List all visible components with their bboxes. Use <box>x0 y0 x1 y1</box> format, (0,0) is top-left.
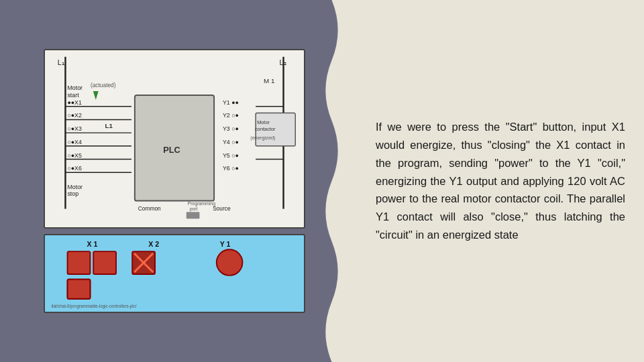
svg-text:L1: L1 <box>105 122 113 129</box>
svg-text:○●X3: ○●X3 <box>67 125 82 132</box>
right-panel: If we were to press the "Start" button, … <box>349 0 644 362</box>
svg-text:Y2 ○●: Y2 ○● <box>223 112 239 119</box>
svg-text:(actuated): (actuated) <box>91 82 116 88</box>
svg-text:Motor: Motor <box>67 184 83 190</box>
svg-text:Y1 ●●: Y1 ●● <box>223 99 239 106</box>
svg-text:Motor: Motor <box>257 119 270 125</box>
svg-rect-34 <box>186 212 200 219</box>
svg-text:port: port <box>190 206 198 212</box>
svg-text:Y3 ○●: Y3 ○● <box>223 125 239 132</box>
svg-text:Source: Source <box>213 205 231 212</box>
diagram-container: L₁ L₂ Motor start (actuated) ●●X1 ○●X2 ○… <box>30 36 319 326</box>
svg-text:contactor: contactor <box>255 126 276 132</box>
svg-text:X 1: X 1 <box>87 240 98 248</box>
svg-text:Motor: Motor <box>67 84 83 91</box>
svg-text:Programming: Programming <box>188 201 215 206</box>
plc-contact-diagram: X 1 X 2 Y 1 ital/chat-6/programmable-log… <box>44 234 305 313</box>
svg-text:X 2: X 2 <box>148 240 159 248</box>
svg-text:(energized): (energized) <box>250 135 275 141</box>
svg-rect-56 <box>68 280 91 299</box>
svg-text:start: start <box>67 92 79 99</box>
svg-text:L₁: L₁ <box>58 58 64 66</box>
explanation-text: If we were to press the "Start" button, … <box>376 118 625 243</box>
svg-rect-50 <box>93 251 116 274</box>
svg-text:Y4 ○●: Y4 ○● <box>223 139 239 145</box>
svg-text:L₂: L₂ <box>280 58 286 66</box>
svg-text:○●X6: ○●X6 <box>67 165 82 172</box>
svg-text:ital/chat-6/programmable-logic: ital/chat-6/programmable-logic-controlle… <box>51 304 136 309</box>
svg-text:○●X2: ○●X2 <box>67 112 82 119</box>
svg-text:○●X5: ○●X5 <box>67 152 82 159</box>
svg-text:●●X1: ●●X1 <box>67 99 82 106</box>
svg-text:PLC: PLC <box>163 145 180 155</box>
svg-text:Y6 ○●: Y6 ○● <box>223 165 239 172</box>
plc-ladder-diagram: L₁ L₂ Motor start (actuated) ●●X1 ○●X2 ○… <box>44 49 305 229</box>
svg-text:○●X4: ○●X4 <box>67 139 82 145</box>
left-panel: L₁ L₂ Motor start (actuated) ●●X1 ○●X2 ○… <box>0 0 349 362</box>
wavy-divider <box>313 0 350 362</box>
svg-text:stop: stop <box>67 190 78 197</box>
svg-text:Common: Common <box>138 205 161 212</box>
svg-text:Y 1: Y 1 <box>220 240 231 248</box>
svg-rect-49 <box>68 251 91 274</box>
svg-text:Y5 ○●: Y5 ○● <box>223 152 239 159</box>
svg-text:M 1: M 1 <box>264 77 274 84</box>
svg-point-55 <box>217 249 243 276</box>
